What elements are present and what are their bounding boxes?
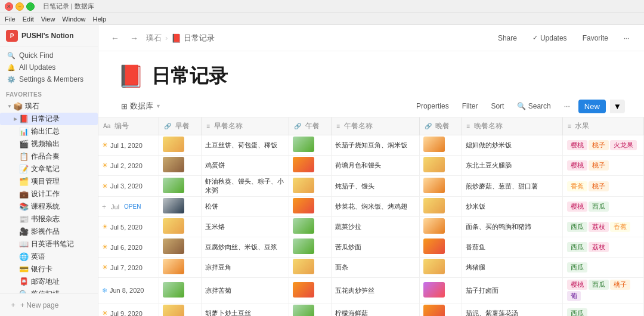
more-button[interactable]: ··· xyxy=(619,32,634,45)
checkmark-icon: ✓ xyxy=(532,34,538,42)
menu-window[interactable]: Window xyxy=(62,16,85,23)
sidebar-quick-find[interactable]: 🔍 Quick Find xyxy=(4,49,94,61)
minimize-btn[interactable]: − xyxy=(16,2,24,11)
filter-button[interactable]: Filter xyxy=(457,100,483,112)
col-header-lunch-name[interactable]: ≡ 午餐名称 xyxy=(332,117,419,135)
updates-button[interactable]: ✓ Updates xyxy=(528,32,572,45)
open-button[interactable]: OPEN xyxy=(124,203,141,210)
cell-date[interactable]: ☀ Jul 6, 2020 xyxy=(98,237,159,258)
back-button[interactable]: ← xyxy=(108,31,122,45)
db-toolbar: ⊞ 数据库 ▼ Properties Filter Sort 🔍 Search … xyxy=(98,95,644,117)
col-header-fruit[interactable]: ≡ 水果 xyxy=(563,117,644,135)
more-db-button[interactable]: ··· xyxy=(559,100,575,112)
gear-icon: ⚙️ xyxy=(7,75,16,83)
workspace-name[interactable]: P PUSHI's Notion xyxy=(6,30,74,42)
cell-date[interactable]: ☀ Jul 7, 2020 xyxy=(98,258,159,278)
sidebar-item-scan[interactable]: 🔍 薇信扫描 xyxy=(0,288,98,293)
scan-icon: 🔍 xyxy=(19,290,29,294)
sidebar-settings[interactable]: ⚙️ Settings & Members xyxy=(4,73,94,85)
sidebar-item-works[interactable]: 📋 作品合奏 xyxy=(0,150,98,163)
sidebar-item-output[interactable]: 📊 输出汇总 xyxy=(0,125,98,138)
sidebar-item-video[interactable]: 🎬 视频输出 xyxy=(0,138,98,150)
video-label: 视频输出 xyxy=(31,139,60,149)
sidebar-item-books[interactable]: 📰 书报杂志 xyxy=(0,213,98,225)
design-icon: 💼 xyxy=(19,190,29,199)
data-table: Aa 编号 🔗 早餐 ≡ 早餐名称 🔗 午餐 xyxy=(98,117,644,316)
lunch-thumbnail xyxy=(293,198,314,213)
window-title: 日笔记录 | 数据库 xyxy=(43,2,94,11)
daily-icon: 📕 xyxy=(19,114,29,124)
output-icon: 📊 xyxy=(19,127,29,137)
cell-breakfast-img xyxy=(159,258,202,278)
books-label: 书报杂志 xyxy=(31,214,60,224)
forward-button[interactable]: → xyxy=(127,31,141,45)
properties-button[interactable]: Properties xyxy=(411,100,454,112)
col-dinner-name-icon: ≡ xyxy=(467,123,470,129)
close-btn[interactable]: ✕ xyxy=(5,2,13,11)
maximize-btn[interactable]: □ xyxy=(26,2,35,11)
cell-date[interactable]: ❄ Jun 8, 2020 xyxy=(98,278,159,303)
favorite-button[interactable]: Favorite xyxy=(578,32,613,45)
cell-date[interactable]: ☀ Jul 1, 2020 xyxy=(98,135,159,156)
cell-date[interactable]: ☀ Jul 2, 2020 xyxy=(98,156,159,176)
sidebar-item-daily[interactable]: ▶ 📕 日常记录 xyxy=(0,113,98,125)
cell-date[interactable]: + Jul OPEN xyxy=(98,197,159,217)
lunch-thumbnail xyxy=(293,238,314,254)
sidebar-item-courses[interactable]: 📚 课程系统 xyxy=(0,200,98,213)
fruit-tag: 桃子 xyxy=(589,140,609,150)
cell-date[interactable]: ☀ Jul 9, 2020 xyxy=(98,303,159,317)
breakfast-thumbnail xyxy=(163,178,184,193)
lunch-thumbnail xyxy=(293,259,314,274)
view-switch[interactable]: ⊞ 数据库 ▼ xyxy=(117,99,165,113)
sidebar-item-english[interactable]: 🌐 英语 xyxy=(0,250,98,263)
breadcrumb-root[interactable]: 璞石 xyxy=(146,33,162,44)
fruit-tag: 西瓜 xyxy=(567,308,587,316)
page-title: 日常记录 xyxy=(151,63,228,89)
sort-button[interactable]: Sort xyxy=(486,100,509,112)
menu-file[interactable]: File xyxy=(5,16,16,23)
sidebar-item-english-notes[interactable]: 📖 日英语书笔记 xyxy=(0,238,98,250)
menu-help[interactable]: Help xyxy=(92,16,106,23)
scan-label: 薇信扫描 xyxy=(31,289,60,293)
cell-dinner-name: 煎炒蘑菇、葱苗、甜口薯 xyxy=(462,176,563,197)
cell-fruits: 樱桃西瓜 xyxy=(563,197,644,217)
bank-icon: 💳 xyxy=(19,265,29,274)
sidebar-item-projects[interactable]: 🗂️ 项目管理 xyxy=(0,175,98,188)
db-actions: Properties Filter Sort 🔍 Search ··· New … xyxy=(411,100,625,113)
add-row-button[interactable]: + xyxy=(102,203,106,211)
cell-date[interactable]: ☀ Jul 3, 2020 xyxy=(98,176,159,197)
sidebar-item-design[interactable]: 💼 设计工作 xyxy=(0,188,98,200)
films-label: 影视作品 xyxy=(31,227,60,237)
cell-lunch-img xyxy=(289,217,332,237)
search-button[interactable]: 🔍 Search xyxy=(512,100,555,112)
breadcrumb-page[interactable]: 📕 日常记录 xyxy=(171,33,215,44)
sidebar-all-updates[interactable]: 🔔 All Updates xyxy=(4,61,94,73)
col-header-lunch-img[interactable]: 🔗 午餐 xyxy=(289,117,332,135)
chevron-down-icon: ▼ xyxy=(6,103,13,110)
col-header-id[interactable]: Aa 编号 xyxy=(98,117,159,135)
col-header-dinner-name[interactable]: ≡ 晚餐名称 xyxy=(462,117,563,135)
sidebar-item-bank[interactable]: 💳 银行卡 xyxy=(0,263,98,275)
col-header-dinner-img[interactable]: 🔗 晚餐 xyxy=(419,117,462,135)
works-icon: 📋 xyxy=(19,152,29,162)
menu-edit[interactable]: Edit xyxy=(23,16,34,23)
cell-dinner-name: 番茄鱼 xyxy=(462,237,563,258)
breakfast-thumbnail xyxy=(163,137,184,152)
cell-lunch-name: 荷塘月色和馒头 xyxy=(332,156,419,176)
new-page-button[interactable]: ＋ + New page xyxy=(6,298,92,312)
new-record-dropdown[interactable]: ▼ xyxy=(610,100,625,113)
col-header-breakfast-img[interactable]: 🔗 早餐 xyxy=(159,117,202,135)
nav-right: Share ✓ Updates Favorite ··· xyxy=(493,32,634,45)
menu-view[interactable]: View xyxy=(41,16,55,23)
col-header-breakfast-name[interactable]: ≡ 早餐名称 xyxy=(202,117,289,135)
fruit-tag: 西瓜 xyxy=(567,242,587,252)
fruit-tag: 樱桃 xyxy=(567,140,587,150)
sidebar-item-films[interactable]: 🎥 影视作品 xyxy=(0,225,98,238)
cell-lunch-img xyxy=(289,176,332,197)
sidebar-item-puxi[interactable]: ▼ 📦 璞石 xyxy=(0,100,98,113)
new-record-button[interactable]: New xyxy=(578,100,606,113)
sidebar-item-notes[interactable]: 📝 文章笔记 xyxy=(0,163,98,175)
sidebar-item-mail[interactable]: 📮 邮寄地址 xyxy=(0,275,98,288)
share-button[interactable]: Share xyxy=(493,32,522,45)
cell-date[interactable]: ☀ Jul 5, 2020 xyxy=(98,217,159,237)
